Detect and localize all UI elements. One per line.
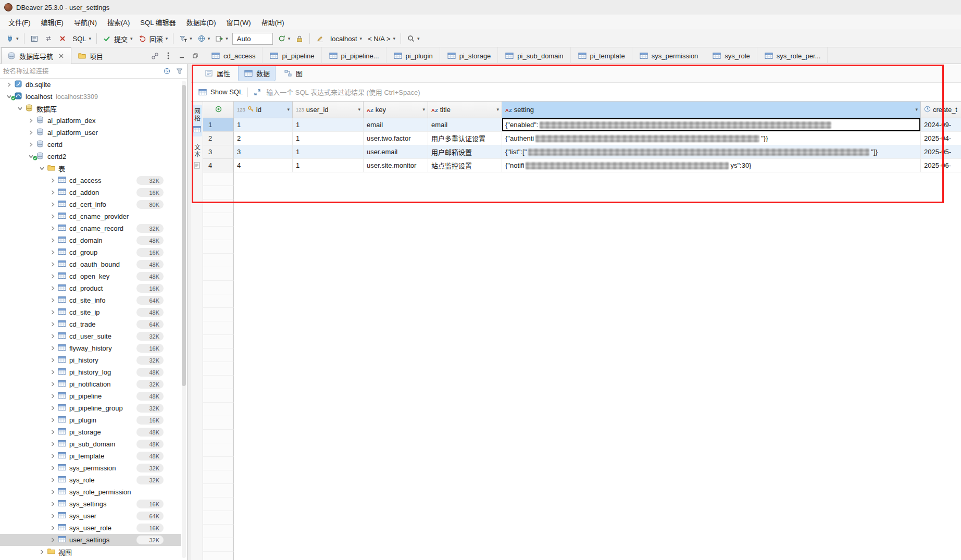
tree-item-cd_open_key[interactable]: cd_open_key48K (0, 270, 181, 282)
transfer-button[interactable] (42, 32, 55, 45)
column-filter-icon[interactable]: ▾ (915, 107, 918, 112)
select-all-corner[interactable] (203, 102, 234, 118)
chevron-right-icon[interactable] (49, 214, 57, 219)
column-header-key[interactable]: AZkey▾ (364, 102, 428, 118)
tree-item-clipped[interactable] (0, 558, 181, 560)
cell-title[interactable]: email (428, 118, 502, 132)
chevron-right-icon[interactable] (5, 82, 13, 87)
chevron-right-icon[interactable] (49, 238, 57, 243)
column-header-id[interactable]: 123id▾ (234, 102, 293, 118)
column-header-create_t[interactable]: create_t▾ (921, 102, 961, 118)
tree-item-cd_site_info[interactable]: cd_site_info64K (0, 294, 181, 306)
view-menu-icon[interactable] (164, 52, 173, 60)
chevron-right-icon[interactable] (27, 118, 35, 123)
chevron-right-icon[interactable] (49, 250, 57, 255)
tree-item-pi_history_log[interactable]: pi_history_log48K (0, 366, 181, 378)
scrollbar-thumb[interactable] (182, 85, 186, 386)
chevron-right-icon[interactable] (38, 550, 46, 554)
column-filter-icon[interactable]: ▾ (422, 107, 425, 112)
cell-create_t[interactable]: 2025-05- (921, 145, 961, 159)
tree-item-ai_platform_dex[interactable]: ai_platform_dex (0, 115, 181, 127)
tree-item-sys_settings[interactable]: sys_settings16K (0, 498, 181, 510)
cell-id[interactable]: 3 (234, 145, 293, 159)
editor-tab-pi_storage[interactable]: pi_storage (440, 47, 498, 64)
chevron-right-icon[interactable] (49, 310, 57, 315)
cell-key[interactable]: user.two.factor (364, 132, 428, 145)
cell-user_id[interactable]: 1 (293, 145, 364, 159)
menu-edit[interactable]: 编辑(E) (36, 15, 69, 30)
tree-item-certd[interactable]: certd (0, 139, 181, 151)
cell-create_t[interactable]: 2024-09- (921, 118, 961, 132)
chevron-right-icon[interactable] (49, 382, 57, 387)
panel-tab-project[interactable]: 项目 (71, 47, 109, 64)
close-icon[interactable] (56, 52, 66, 60)
tree-item-cd_trade[interactable]: cd_trade64K (0, 318, 181, 330)
cell-setting[interactable]: {"notifiys":30} (502, 159, 921, 172)
cell-setting[interactable]: {"list":[""]} (502, 145, 921, 159)
chevron-right-icon[interactable] (27, 130, 35, 135)
tree-item-db.sqlite[interactable]: db.sqlite (0, 79, 181, 91)
chevron-right-icon[interactable] (49, 334, 57, 339)
tree-item-sys_role_permission[interactable]: sys_role_permission (0, 486, 181, 498)
menu-window[interactable]: 窗口(W) (221, 15, 256, 30)
tree-item-sys_permission[interactable]: sys_permission32K (0, 462, 181, 474)
tree-item-ai_platform_user[interactable]: ai_platform_user (0, 127, 181, 139)
disconnect-button[interactable] (56, 32, 69, 45)
tree-item-flyway_history[interactable]: flyway_history16K (0, 342, 181, 354)
chevron-right-icon[interactable] (49, 178, 57, 183)
tree-item-pi_pipeline_group[interactable]: pi_pipeline_group32K (0, 402, 181, 414)
navigator-scrollbar[interactable] (182, 81, 186, 558)
cell-user_id[interactable]: 1 (293, 118, 364, 132)
tree-item-cd_oauth_bound[interactable]: cd_oauth_bound48K (0, 258, 181, 270)
chevron-right-icon[interactable] (49, 322, 57, 327)
show-sql-button[interactable]: Show SQL (198, 88, 243, 96)
result-tab-数据[interactable]: 数据 (238, 65, 276, 81)
chevron-right-icon[interactable] (49, 286, 57, 291)
column-header-setting[interactable]: AZsetting▾ (502, 102, 921, 118)
cell-key[interactable]: email (364, 118, 428, 132)
editor-tab-pi_template[interactable]: pi_template (571, 47, 632, 64)
chevron-right-icon[interactable] (49, 406, 57, 410)
chevron-right-icon[interactable] (49, 466, 57, 470)
link-editor-icon[interactable] (150, 52, 159, 60)
refresh-button[interactable]: ▾ (275, 32, 293, 45)
chevron-right-icon[interactable] (49, 226, 57, 231)
chevron-right-icon[interactable] (49, 202, 57, 207)
new-connection-button[interactable]: ▾ (3, 32, 21, 45)
chevron-right-icon[interactable] (49, 502, 57, 506)
row-number[interactable]: 3 (203, 145, 234, 159)
chevron-right-icon[interactable] (49, 430, 57, 434)
cell-id[interactable]: 2 (234, 132, 293, 145)
cell-create_t[interactable]: 2025-06- (921, 159, 961, 172)
chevron-right-icon[interactable] (49, 418, 57, 422)
chevron-right-icon[interactable] (49, 490, 57, 494)
editor-tab-pi_pipeline[interactable]: pi_pipeline... (322, 47, 386, 64)
tree-item-certd2[interactable]: certd2 (0, 151, 181, 163)
tree-item-cd_cname_provider[interactable]: cd_cname_provider (0, 210, 181, 222)
tree-item-cd_cert_info[interactable]: cd_cert_info80K (0, 198, 181, 210)
cell-setting[interactable]: {"authenti"}} (502, 132, 921, 145)
cell-title[interactable]: 用户邮箱设置 (428, 145, 502, 159)
chevron-right-icon[interactable] (49, 454, 57, 458)
editor-tab-cd_access[interactable]: cd_access (204, 47, 263, 64)
filter-settings-icon[interactable] (174, 67, 184, 76)
tree-item-pi_plugin[interactable]: pi_plugin16K (0, 414, 181, 426)
tree-item-pi_template[interactable]: pi_template48K (0, 450, 181, 462)
tree-item-sys_role[interactable]: sys_role32K (0, 474, 181, 486)
cell-key[interactable]: user.site.monitor (364, 159, 428, 172)
chevron-right-icon[interactable] (27, 142, 35, 147)
chevron-down-icon[interactable] (38, 166, 46, 171)
tree-item-pi_history[interactable]: pi_history32K (0, 354, 181, 366)
row-number[interactable]: 4 (203, 159, 234, 172)
tree-item-user_settings[interactable]: user_settings32K (0, 534, 181, 546)
editor-tab-sys_role_per[interactable]: sys_role_per... (757, 47, 828, 64)
column-filter-icon[interactable]: ▾ (287, 107, 290, 112)
chevron-right-icon[interactable] (49, 298, 57, 303)
tree-item-pi_storage[interactable]: pi_storage48K (0, 426, 181, 438)
commit-button[interactable]: 提交▾ (100, 32, 135, 46)
chevron-right-icon[interactable] (49, 274, 57, 279)
editor-tab-pi_plugin[interactable]: pi_plugin (386, 47, 440, 64)
chevron-right-icon[interactable] (49, 478, 57, 482)
tree-item-cd_site_ip[interactable]: cd_site_ip48K (0, 306, 181, 318)
expand-filter-icon[interactable] (253, 88, 262, 96)
